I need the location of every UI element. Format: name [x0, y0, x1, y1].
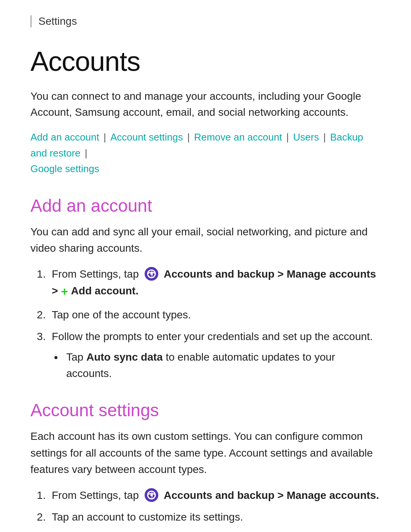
account-settings-step-1: From Settings, tap Accounts and backup >…: [49, 487, 381, 504]
nav-link-add-account[interactable]: Add an account: [30, 131, 99, 143]
section-account-settings: Account settings Each account has its ow…: [30, 400, 381, 525]
section-add-account: Add an account You can add and sync all …: [30, 195, 381, 382]
add-account-step-3: Follow the prompts to enter your credent…: [49, 328, 381, 382]
step3-text: Follow the prompts to enter your credent…: [52, 331, 373, 342]
page-title: Accounts: [30, 46, 381, 77]
add-account-step-1: From Settings, tap Accounts and backup >…: [49, 266, 381, 301]
section-title-account-settings: Account settings: [30, 400, 381, 420]
as-step1-bold: Accounts and backup > Manage accounts.: [164, 489, 379, 501]
step1-text-before: From Settings, tap: [52, 268, 142, 280]
section-intro-account-settings: Each account has its own custom settings…: [30, 428, 381, 478]
account-settings-steps: From Settings, tap Accounts and backup >…: [49, 487, 381, 526]
accounts-backup-icon-1: [144, 266, 159, 281]
add-account-bullets: Tap Auto sync data to enable automatic u…: [63, 349, 381, 382]
bullet-text-before: Tap: [66, 351, 86, 363]
intro-paragraph: You can connect to and manage your accou…: [30, 88, 381, 120]
nav-link-remove-account[interactable]: Remove an account: [194, 131, 282, 143]
bullet-bold: Auto sync data: [86, 351, 163, 363]
nav-separator-2: |: [185, 131, 193, 143]
add-account-step-2: Tap one of the account types.: [49, 307, 381, 323]
nav-link-account-settings[interactable]: Account settings: [110, 131, 183, 143]
plus-icon-1: +: [61, 284, 68, 298]
section-intro-add-account: You can add and sync all your email, soc…: [30, 224, 381, 257]
nav-separator-1: |: [101, 131, 109, 143]
step1-add-account-label: Add account.: [71, 285, 139, 297]
step2-text: Tap one of the account types.: [52, 309, 191, 321]
nav-separator-3: |: [284, 131, 292, 143]
section-title-add-account: Add an account: [30, 195, 381, 216]
bullet-auto-sync: Tap Auto sync data to enable automatic u…: [63, 349, 381, 382]
breadcrumb-text: Settings: [38, 15, 77, 27]
add-account-steps: From Settings, tap Accounts and backup >…: [49, 266, 381, 382]
svg-point-3: [150, 494, 153, 496]
nav-separator-4: |: [320, 131, 328, 143]
account-settings-step-2: Tap an account to customize its settings…: [49, 509, 381, 525]
nav-separator-5: |: [82, 147, 88, 159]
nav-links: Add an account | Account settings | Remo…: [30, 129, 381, 177]
nav-link-google-settings[interactable]: Google settings: [30, 163, 99, 174]
breadcrumb: Settings: [30, 15, 381, 27]
as-step2-text: Tap an account to customize its settings…: [52, 511, 243, 523]
as-step1-text-before: From Settings, tap: [52, 489, 142, 501]
nav-link-users[interactable]: Users: [293, 131, 319, 143]
accounts-backup-icon-2: [144, 487, 159, 503]
svg-point-1: [150, 273, 153, 275]
